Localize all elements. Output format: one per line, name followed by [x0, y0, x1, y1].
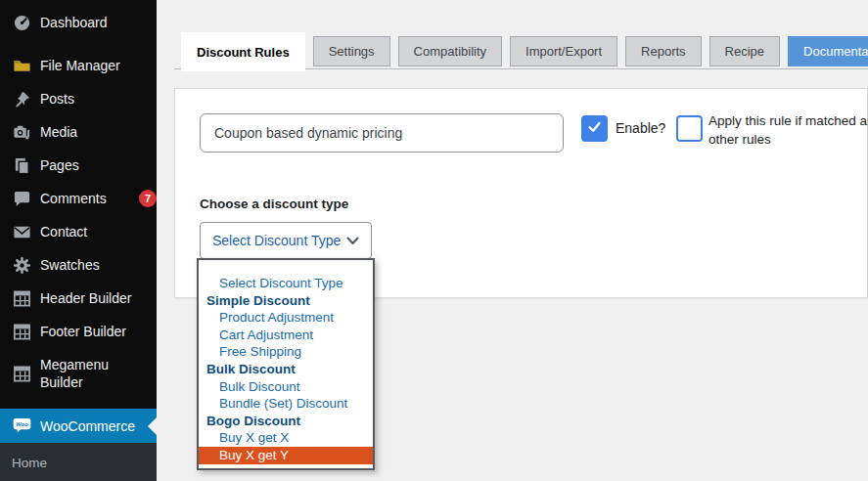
- sidebar-item-header-builder[interactable]: Header Builder: [0, 282, 157, 315]
- discount-type-select[interactable]: Select Discount Type: [200, 222, 372, 259]
- tab-documentation[interactable]: Documentation: [788, 36, 868, 66]
- tab-import-export[interactable]: Import/Export: [510, 36, 617, 66]
- dropdown-option-product-adjustment[interactable]: Product Adjustment: [199, 309, 373, 327]
- folder-icon: [12, 56, 31, 75]
- sidebar-item-home[interactable]: Home: [0, 443, 157, 470]
- sidebar-item-file-manager[interactable]: File Manager: [0, 49, 157, 82]
- enable-label: Enable?: [616, 115, 665, 142]
- sidebar-item-comments[interactable]: Comments7: [0, 182, 157, 215]
- envelope-icon: [12, 222, 31, 241]
- svg-text:Woo: Woo: [16, 421, 28, 427]
- sidebar-item-posts[interactable]: Posts: [0, 82, 157, 115]
- discount-type-dropdown: Select Discount TypeSimple DiscountProdu…: [197, 258, 375, 470]
- current-menu-arrow-icon: [148, 417, 157, 435]
- tab-bar: Discount RulesSettingsCompatibilityImpor…: [174, 32, 868, 69]
- main-content: Discount RulesSettingsCompatibilityImpor…: [157, 0, 868, 481]
- rule-title-input[interactable]: [200, 113, 564, 153]
- apply-rule-label: Apply this rule if matched and other rul…: [708, 111, 868, 149]
- sidebar-item-dashboard[interactable]: Dashboard: [0, 6, 157, 39]
- layout-icon: [12, 288, 31, 308]
- sidebar-item-pages[interactable]: Pages: [0, 149, 157, 182]
- sidebar-item-label: Footer Builder: [40, 323, 144, 340]
- pushpin-icon: [12, 89, 31, 109]
- pages-icon: [12, 155, 31, 175]
- woocommerce-icon: Woo: [12, 416, 31, 436]
- sidebar-item-label: Dashboard: [40, 14, 144, 31]
- admin-sidebar: DashboardFile ManagerPostsMediaPagesComm…: [0, 0, 157, 481]
- tab-reports[interactable]: Reports: [625, 36, 702, 66]
- sidebar-item-label: Megamenu Builder: [40, 356, 144, 391]
- chevron-down-icon: [346, 237, 359, 245]
- apply-rule-checkbox[interactable]: [676, 115, 703, 142]
- tab-compatibility[interactable]: Compatibility: [398, 36, 502, 66]
- checkmark-icon: [586, 118, 603, 139]
- sidebar-item-contact[interactable]: Contact: [0, 215, 157, 248]
- sidebar-item-label: Pages: [40, 156, 144, 174]
- tab-recipe[interactable]: Recipe: [709, 36, 780, 66]
- dropdown-option-buy-x-get-x[interactable]: Buy X get X: [199, 429, 373, 447]
- sidebar-item-megamenu-builder[interactable]: Megamenu Builder: [0, 348, 157, 399]
- sidebar-item-footer-builder[interactable]: Footer Builder: [0, 315, 157, 348]
- tab-discount-rules[interactable]: Discount Rules: [181, 32, 305, 71]
- dropdown-group-simple-discount: Simple Discount: [199, 292, 373, 310]
- sidebar-item-swatches[interactable]: Swatches: [0, 248, 157, 282]
- comments-count-badge: 7: [139, 190, 157, 207]
- dropdown-option-select-discount-type[interactable]: Select Discount Type: [199, 275, 373, 292]
- sidebar-item-label: Swatches: [40, 256, 144, 274]
- sidebar-menu: DashboardFile ManagerPostsMediaPagesComm…: [0, 0, 157, 443]
- dashboard-icon: [12, 13, 31, 32]
- sidebar-item-media[interactable]: Media: [0, 115, 157, 149]
- sidebar-item-label: Media: [40, 123, 144, 141]
- sidebar-item-label: Comments: [40, 190, 133, 207]
- dropdown-option-cart-adjustment[interactable]: Cart Adjustment: [199, 327, 373, 344]
- sidebar-item-label: Header Builder: [40, 289, 144, 307]
- gear-icon: [12, 255, 31, 275]
- dropdown-group-bulk-discount: Bulk Discount: [199, 361, 373, 378]
- layout-icon: [12, 322, 31, 341]
- dropdown-option-bulk-discount[interactable]: Bulk Discount: [199, 378, 373, 396]
- sidebar-item-label: File Manager: [40, 57, 144, 74]
- sidebar-item-label: WooCommerce: [40, 417, 144, 435]
- enable-checkbox[interactable]: [581, 115, 608, 142]
- selected-discount-type: Select Discount Type: [212, 233, 346, 248]
- discount-type-label: Choose a discount type: [200, 197, 348, 211]
- sidebar-item-woocommerce[interactable]: WooWooCommerce: [0, 409, 157, 443]
- media-icon: [12, 122, 31, 142]
- dropdown-option-bundle-set-discount[interactable]: Bundle (Set) Discount: [199, 395, 373, 413]
- sidebar-item-label: Posts: [40, 90, 144, 108]
- comment-icon: [12, 189, 31, 208]
- dropdown-option-buy-x-get-y[interactable]: Buy X get Y: [199, 447, 373, 464]
- tab-settings[interactable]: Settings: [313, 36, 390, 66]
- dropdown-option-free-shipping[interactable]: Free Shipping: [199, 343, 373, 361]
- sidebar-item-label: Contact: [40, 223, 144, 240]
- sidebar-submenu: Home: [0, 443, 157, 481]
- dropdown-group-bogo-discount: Bogo Discount: [199, 413, 373, 430]
- layout-icon: [12, 364, 31, 383]
